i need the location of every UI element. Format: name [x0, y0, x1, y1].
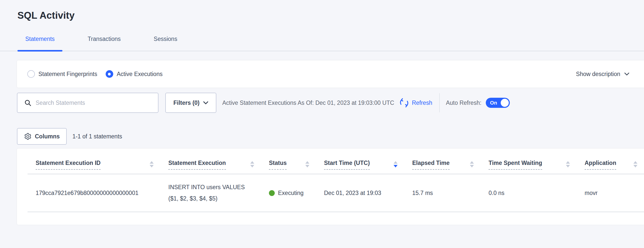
chevron-down-icon	[203, 101, 208, 104]
search-box	[17, 93, 158, 113]
radio-unchecked-icon	[27, 70, 35, 78]
cell-application: movr	[577, 174, 644, 212]
radio-label: Statement Fingerprints	[38, 71, 97, 78]
sql-activity-page: SQL Activity Statements Transactions Ses…	[0, 0, 644, 248]
column-header-start-time[interactable]: Start Time (UTC)	[316, 148, 404, 174]
column-header-statement-execution[interactable]: Statement Execution	[160, 148, 261, 174]
radio-active-executions[interactable]: Active Executions	[106, 70, 163, 78]
sort-arrows-icon	[305, 161, 309, 167]
cell-elapsed-time: 15.7 ms	[404, 174, 480, 212]
search-input[interactable]	[36, 100, 153, 106]
vertical-divider	[439, 93, 440, 112]
show-description-toggle[interactable]: Show description	[576, 71, 629, 78]
sort-arrows-icon	[633, 161, 637, 167]
column-header-statement-execution-id[interactable]: Statement Execution ID	[28, 148, 160, 174]
gear-icon	[24, 133, 32, 140]
column-header-application[interactable]: Application	[577, 148, 644, 174]
table-row[interactable]: 179cca7921e679b80000000000000001 INSERT …	[28, 174, 644, 212]
table-controls: Columns 1-1 of 1 statements	[17, 128, 644, 145]
radio-label: Active Executions	[117, 71, 163, 78]
toggle-knob-icon	[501, 99, 509, 107]
sort-arrows-icon	[470, 161, 474, 167]
sort-arrows-icon	[566, 161, 570, 167]
refresh-label: Refresh	[412, 100, 432, 106]
refresh-button[interactable]: Refresh	[399, 97, 432, 108]
sort-arrows-icon	[250, 161, 254, 167]
filters-button[interactable]: Filters (0)	[165, 93, 216, 113]
chevron-down-icon	[624, 72, 629, 76]
table-header-row: Statement Execution ID Statement Executi…	[28, 148, 644, 174]
cell-execution-id: 179cca7921e679b80000000000000001	[28, 174, 160, 212]
statements-table: Statement Execution ID Statement Executi…	[28, 148, 644, 212]
column-header-status[interactable]: Status	[261, 148, 316, 174]
column-header-time-spent-waiting[interactable]: Time Spent Waiting	[480, 148, 577, 174]
cell-time-spent-waiting: 0.0 ns	[480, 174, 577, 212]
cell-status: Executing	[261, 174, 316, 212]
controls-row: Filters (0) Active Statement Executions …	[17, 93, 644, 113]
search-icon	[24, 99, 32, 107]
tab-transactions[interactable]: Transactions	[80, 36, 129, 51]
auto-refresh-toggle[interactable]: On	[486, 98, 510, 108]
result-count: 1-1 of 1 statements	[72, 133, 122, 140]
radio-statement-fingerprints[interactable]: Statement Fingerprints	[27, 70, 97, 78]
page-title: SQL Activity	[0, 0, 644, 21]
status-dot	[269, 190, 275, 196]
column-header-elapsed-time[interactable]: Elapsed Time	[404, 148, 480, 174]
refresh-icon	[399, 97, 409, 108]
view-mode-card: Statement Fingerprints Active Executions…	[17, 60, 644, 88]
show-description-label: Show description	[576, 71, 620, 78]
status-label: Executing	[278, 190, 304, 196]
auto-refresh-label: Auto Refresh:	[446, 100, 481, 106]
tab-sessions[interactable]: Sessions	[146, 36, 185, 51]
columns-button[interactable]: Columns	[17, 128, 67, 145]
toggle-state-label: On	[490, 100, 497, 106]
cell-statement: INSERT INTO users VALUES ($1, $2, $3, $4…	[160, 174, 261, 212]
sort-arrows-icon	[394, 161, 398, 167]
statements-table-card: Statement Execution ID Statement Executi…	[17, 148, 644, 225]
cell-start-time: Dec 01, 2023 at 19:03	[316, 174, 404, 212]
sort-arrows-icon	[150, 161, 154, 167]
tab-bar: Statements Transactions Sessions	[0, 36, 644, 51]
tab-statements[interactable]: Statements	[17, 36, 62, 51]
as-of-text: Active Statement Executions As Of: Dec 0…	[222, 100, 394, 106]
radio-checked-icon	[106, 70, 113, 78]
